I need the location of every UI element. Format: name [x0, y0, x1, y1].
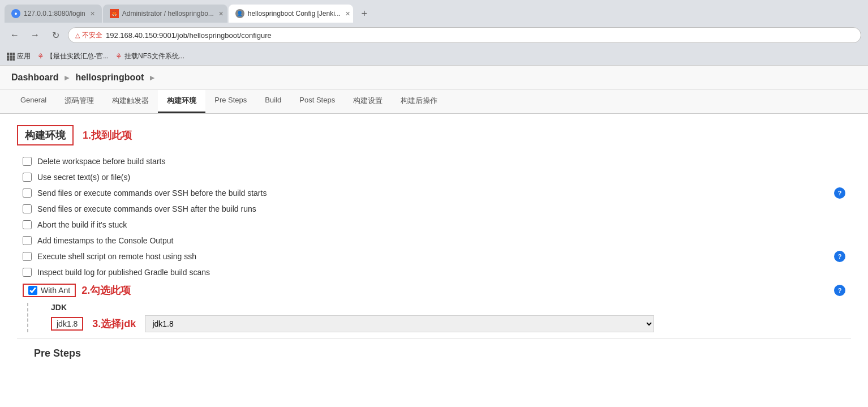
checkbox-3[interactable]	[23, 188, 32, 198]
checkbox-2-label: Use secret text(s) or file(s)	[37, 173, 130, 182]
checkbox-item-4: Send files or execute commands over SSH …	[23, 204, 851, 213]
checkbox-8[interactable]	[23, 268, 32, 277]
bookmark-apps[interactable]: 应用	[7, 52, 31, 61]
pre-steps-footer: Pre Steps	[17, 338, 851, 369]
section-title-box: 构建环境	[17, 125, 74, 145]
tab-3-close[interactable]: ✕	[345, 10, 350, 18]
checkbox-8-label: Inspect build log for published Gradle b…	[37, 268, 210, 277]
help-icon-3[interactable]: ?	[834, 187, 845, 199]
tab-build[interactable]: Build	[256, 90, 290, 113]
checkbox-item-6: Add timestamps to the Console Output	[23, 236, 851, 245]
checkbox-5-label: Abort the build if it's stuck	[37, 220, 127, 229]
bookmark-huawei-2[interactable]: ⚘ 挂载NFS文件系统...	[115, 52, 184, 61]
address-text: 192.168.40.150:9001/job/hellospringboot/…	[106, 31, 272, 40]
address-bar: ← → ↻ △ 不安全 192.168.40.150:9001/job/hell…	[0, 23, 868, 48]
bookmark-huawei-2-label: 挂载NFS文件系统...	[124, 52, 184, 61]
with-ant-row: With Ant 2.勾选此项 ?	[17, 284, 851, 297]
jdk-select[interactable]: jdk1.8 jdk11 jdk17	[145, 315, 654, 332]
tab-general[interactable]: General	[11, 90, 55, 113]
with-ant-box: With Ant	[23, 284, 76, 297]
section-annotation: 1.找到此项	[83, 128, 132, 142]
checkbox-item-8: Inspect build log for published Gradle b…	[23, 268, 851, 277]
tab-pre-steps[interactable]: Pre Steps	[205, 90, 256, 113]
checkbox-7-label: Execute shell script on remote host usin…	[37, 252, 196, 261]
tab-env[interactable]: 构建环境	[158, 90, 205, 113]
security-warning: △	[75, 32, 80, 39]
tab-1-label: 127.0.0.1:8080/login	[24, 10, 85, 18]
checkbox-item-1: Delete workspace before build starts	[23, 157, 851, 166]
tab-1[interactable]: ● 127.0.0.1:8080/login ✕	[5, 5, 102, 23]
jdk-annotation: 3.选择jdk	[92, 317, 136, 331]
help-icon-7[interactable]: ?	[834, 251, 845, 262]
tab-build-settings[interactable]: 构建设置	[344, 90, 392, 113]
pre-steps-title: Pre Steps	[34, 348, 81, 359]
huawei-icon-2: ⚘	[115, 52, 122, 61]
checkbox-list: Delete workspace before build starts Use…	[17, 157, 851, 277]
forward-button[interactable]: →	[27, 27, 43, 43]
checkbox-4[interactable]	[23, 204, 32, 213]
tab-post-build[interactable]: 构建后操作	[392, 90, 446, 113]
tab-bar: ● 127.0.0.1:8080/login ✕ 🦊 Administrator…	[0, 0, 868, 23]
checkbox-6[interactable]	[23, 236, 32, 245]
checkbox-item-5: Abort the build if it's stuck	[23, 220, 851, 229]
section-header: 构建环境 1.找到此项	[17, 125, 851, 145]
checkbox-item-7: Execute shell script on remote host usin…	[23, 252, 851, 261]
bookmark-apps-label: 应用	[17, 52, 31, 61]
checkbox-3-label: Send files or execute commands over SSH …	[37, 188, 267, 198]
breadcrumb-separator-2: ►	[148, 73, 156, 82]
tab-triggers[interactable]: 构建触发器	[103, 90, 158, 113]
with-ant-label: With Ant	[41, 286, 70, 295]
bookmarks-bar: 应用 ⚘ 【最佳实践汇总-官... ⚘ 挂载NFS文件系统...	[0, 48, 868, 66]
tab-3-label: hellospringboot Config [Jenki...	[248, 10, 341, 18]
breadcrumb-separator-1: ►	[63, 73, 71, 82]
main-content: 构建环境 1.找到此项 Delete workspace before buil…	[0, 114, 868, 380]
breadcrumb: Dashboard ► hellospringboot ►	[0, 66, 868, 90]
breadcrumb-hellospringboot[interactable]: hellospringboot	[75, 72, 144, 83]
checkbox-1[interactable]	[23, 157, 32, 166]
tab-3-icon: 👤	[235, 9, 244, 18]
tab-2[interactable]: 🦊 Administrator / hellospringbo... ✕	[103, 5, 227, 23]
checkbox-item-3: Send files or execute commands over SSH …	[23, 188, 851, 198]
jdk-section: JDK jdk1.8 3.选择jdk jdk1.8 jdk11 jdk17	[27, 303, 851, 332]
checkbox-2[interactable]	[23, 173, 32, 182]
checkbox-5[interactable]	[23, 220, 32, 229]
checkbox-item-2: Use secret text(s) or file(s)	[23, 173, 851, 182]
tab-post-steps[interactable]: Post Steps	[290, 90, 344, 113]
tab-2-label: Administrator / hellospringbo...	[122, 10, 214, 18]
jdk-row: jdk1.8 3.选择jdk jdk1.8 jdk11 jdk17	[51, 315, 851, 332]
new-tab-button[interactable]: +	[356, 6, 372, 22]
tab-1-close[interactable]: ✕	[90, 10, 95, 18]
checkbox-1-label: Delete workspace before build starts	[37, 157, 165, 166]
with-ant-annotation: 2.勾选此项	[81, 284, 131, 297]
config-tabs: General 源码管理 构建触发器 构建环境 Pre Steps Build …	[0, 90, 868, 114]
tab-source[interactable]: 源码管理	[55, 90, 103, 113]
browser-chrome: ● 127.0.0.1:8080/login ✕ 🦊 Administrator…	[0, 0, 868, 66]
back-button[interactable]: ←	[7, 27, 23, 43]
jdk-current-value: jdk1.8	[57, 319, 78, 328]
tab-2-icon: 🦊	[110, 9, 119, 18]
with-ant-section: With Ant 2.勾选此项 ?	[17, 284, 851, 297]
checkbox-6-label: Add timestamps to the Console Output	[37, 236, 173, 245]
reload-button[interactable]: ↻	[48, 27, 63, 43]
huawei-icon-1: ⚘	[37, 52, 44, 61]
bookmark-huawei-1-label: 【最佳实践汇总-官...	[46, 52, 109, 61]
checkbox-7[interactable]	[23, 252, 32, 261]
checkbox-4-label: Send files or execute commands over SSH …	[37, 204, 256, 213]
page-content: Dashboard ► hellospringboot ► General 源码…	[0, 66, 868, 407]
tab-2-close[interactable]: ✕	[218, 10, 224, 18]
section-title: 构建环境	[25, 130, 66, 141]
breadcrumb-dashboard[interactable]: Dashboard	[11, 72, 59, 83]
tab-1-icon: ●	[11, 9, 20, 18]
apps-grid-icon	[7, 53, 15, 61]
warning-label: 不安全	[82, 31, 102, 40]
bookmark-huawei-1[interactable]: ⚘ 【最佳实践汇总-官...	[37, 52, 109, 61]
jdk-select-box: jdk1.8	[51, 317, 83, 331]
tab-3[interactable]: 👤 hellospringboot Config [Jenki... ✕	[229, 5, 353, 23]
help-icon-with-ant[interactable]: ?	[834, 285, 845, 296]
jdk-label: JDK	[51, 303, 851, 312]
with-ant-checkbox[interactable]	[28, 286, 37, 295]
address-input[interactable]: △ 不安全 192.168.40.150:9001/job/hellosprin…	[68, 27, 861, 43]
